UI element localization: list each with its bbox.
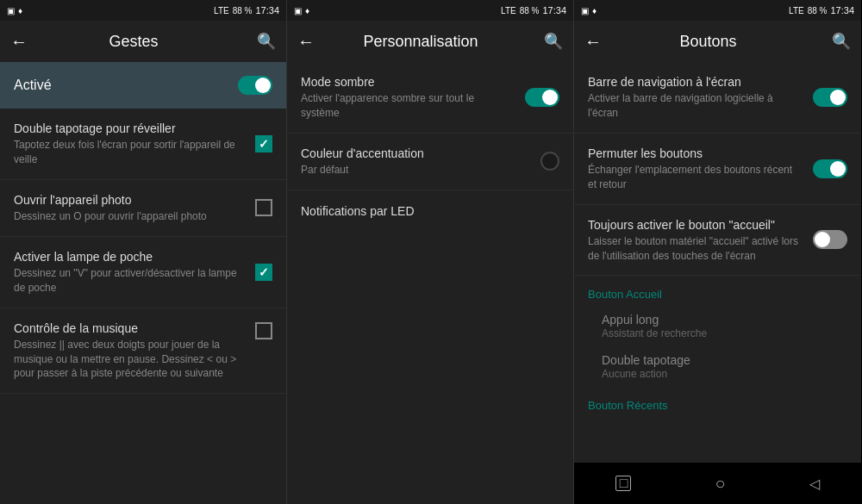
gestes-content: Double tapotage pour réveiller Tapotez d…: [0, 109, 286, 504]
nav-triangle-icon[interactable]: ◁: [809, 476, 820, 492]
list-item[interactable]: Activer la lampe de poche Dessinez un "V…: [0, 237, 286, 308]
search-button-3[interactable]: 🔍: [832, 32, 851, 51]
item-desc-b1: Activer la barre de navigation logiciell…: [588, 91, 803, 121]
checkbox-2[interactable]: [255, 199, 272, 216]
item-title-p3: Notifications par LED: [301, 204, 559, 218]
page-title-3: Boutons: [584, 33, 832, 51]
mode-sombre-toggle[interactable]: [525, 88, 559, 107]
checkbox-1[interactable]: ✓: [255, 135, 272, 152]
nav-square-icon[interactable]: □: [615, 476, 631, 491]
list-item[interactable]: Permuter les boutons Échanger l'emplacem…: [574, 134, 861, 205]
activated-label: Activé: [14, 78, 52, 93]
list-item[interactable]: Double tapotage pour réveiller Tapotez d…: [0, 109, 286, 180]
item-text-b3: Toujours activer le bouton "accueil" Lai…: [588, 217, 813, 264]
battery-label-1: 88 %: [233, 6, 253, 16]
item-desc-p1: Activer l'apparence sombre sur tout le s…: [301, 91, 515, 121]
status-bar-3: ▣ ♦ LTE 88 % 17:34: [574, 0, 861, 21]
status-bar-2: ▣ ♦ LTE 88 % 17:34: [287, 0, 573, 21]
nav-circle-icon[interactable]: ○: [715, 474, 725, 494]
checkbox-4[interactable]: [255, 322, 272, 339]
check-icon-3: ✓: [259, 265, 269, 279]
item-text-1: Double tapotage pour réveiller Tapotez d…: [14, 121, 255, 167]
list-item[interactable]: Ouvrir l'appareil photo Dessinez un O po…: [0, 180, 286, 237]
item-title-4: Contrôle de la musique: [14, 320, 245, 336]
activated-row[interactable]: Activé: [0, 62, 286, 109]
wifi-icon-2: ♦: [305, 6, 309, 16]
section-bouton-accueil[interactable]: Bouton Accueil: [574, 276, 861, 306]
item-title-1: Double tapotage pour réveiller: [14, 121, 245, 136]
time-label-3: 17:34: [830, 5, 854, 16]
personnalisation-content: Mode sombre Activer l'apparence sombre s…: [287, 62, 573, 504]
panel-personnalisation: ▣ ♦ LTE 88 % 17:34 ← Personnalisation 🔍 …: [287, 0, 574, 504]
item-text-4: Contrôle de la musique Dessinez || avec …: [14, 320, 255, 382]
page-title-1: Gestes: [10, 33, 257, 51]
item-desc-2: Dessinez un O pour ouvrir l'appareil pho…: [14, 209, 245, 224]
top-bar-3: ← Boutons 🔍: [574, 21, 861, 62]
list-item[interactable]: Mode sombre Activer l'apparence sombre s…: [287, 62, 573, 134]
list-item[interactable]: Notifications par LED: [287, 190, 573, 232]
status-icons-left-3: ▣ ♦: [581, 6, 597, 16]
item-desc-b2: Échanger l'emplacement des boutons récen…: [588, 163, 803, 192]
section-bouton-recents[interactable]: Bouton Récents: [574, 387, 861, 417]
checkbox-3[interactable]: ✓: [255, 264, 272, 281]
item-text-3: Activer la lampe de poche Dessinez un "V…: [14, 249, 255, 296]
list-item[interactable]: Toujours activer le bouton "accueil" Lai…: [574, 205, 861, 277]
item-desc-4: Dessinez || avec deux doigts pour jouer …: [14, 338, 245, 381]
item-text-b1: Barre de navigation à l'écran Activer la…: [588, 74, 813, 121]
wifi-icon: ♦: [18, 6, 22, 16]
sim-icon: ▣: [7, 6, 15, 16]
item-title-3: Activer la lampe de poche: [14, 249, 245, 264]
signal-label-2: LTE: [501, 6, 516, 16]
top-bar-1: ← Gestes 🔍: [0, 21, 286, 62]
check-icon-1: ✓: [259, 137, 269, 151]
item-title-2: Ouvrir l'appareil photo: [14, 192, 245, 208]
signal-label-3: LTE: [789, 6, 804, 16]
item-text-2: Ouvrir l'appareil photo Dessinez un O po…: [14, 192, 255, 224]
time-label-1: 17:34: [255, 5, 279, 16]
item-text-b2: Permuter les boutons Échanger l'emplacem…: [588, 146, 813, 192]
sub-desc-2: Aucune action: [602, 368, 847, 380]
toujours-activer-toggle[interactable]: [813, 230, 847, 249]
search-button-1[interactable]: 🔍: [257, 32, 276, 51]
list-item[interactable]: Couleur d'accentuation Par défaut: [287, 134, 573, 190]
wifi-icon-3: ♦: [592, 6, 597, 16]
item-desc-3: Dessinez un "V" pour activer/désactiver …: [14, 266, 245, 296]
status-icons-left-1: ▣ ♦: [7, 6, 22, 16]
panel-gestes: ▣ ♦ LTE 88 % 17:34 ← Gestes 🔍 Activé Dou…: [0, 0, 287, 504]
list-item[interactable]: Barre de navigation à l'écran Activer la…: [574, 62, 861, 134]
list-item[interactable]: Contrôle de la musique Dessinez || avec …: [0, 308, 286, 395]
item-desc-b3: Laisser le bouton matériel "accueil" act…: [588, 234, 803, 264]
boutons-content: Barre de navigation à l'écran Activer la…: [574, 62, 861, 463]
sim-icon-2: ▣: [294, 6, 302, 16]
item-title-b3: Toujours activer le bouton "accueil": [588, 217, 803, 233]
sub-desc-1: Assistant de recherche: [602, 327, 847, 339]
status-icons-left-2: ▣ ♦: [294, 6, 309, 16]
search-button-2[interactable]: 🔍: [544, 32, 563, 51]
barre-nav-toggle[interactable]: [813, 88, 847, 107]
activated-toggle[interactable]: [238, 76, 272, 95]
list-item: Appui long Assistant de recherche: [574, 306, 861, 346]
panel-boutons: ▣ ♦ LTE 88 % 17:34 ← Boutons 🔍 Barre de …: [574, 0, 861, 504]
item-title-b1: Barre de navigation à l'écran: [588, 74, 803, 90]
item-text-p1: Mode sombre Activer l'apparence sombre s…: [301, 74, 525, 121]
item-text-p2: Couleur d'accentuation Par défaut: [301, 146, 540, 177]
item-title-b2: Permuter les boutons: [588, 146, 803, 161]
status-bar-1: ▣ ♦ LTE 88 % 17:34: [0, 0, 286, 21]
item-title-p2: Couleur d'accentuation: [301, 146, 530, 161]
sim-icon-3: ▣: [581, 6, 589, 16]
time-label-2: 17:34: [542, 5, 566, 16]
list-item: Double tapotage Aucune action: [574, 346, 861, 387]
item-title-p1: Mode sombre: [301, 74, 515, 90]
signal-label-1: LTE: [214, 6, 229, 16]
top-bar-2: ← Personnalisation 🔍: [287, 21, 573, 62]
page-title-2: Personnalisation: [297, 33, 544, 51]
navigation-bar: □ ○ ◁: [574, 463, 861, 504]
sub-title-1: Appui long: [602, 313, 847, 327]
item-desc-1: Tapotez deux fois l'écran pour sortir l'…: [14, 138, 245, 167]
couleur-toggle[interactable]: [540, 152, 559, 171]
sub-title-2: Double tapotage: [602, 353, 847, 367]
item-desc-p2: Par défaut: [301, 163, 530, 177]
permuter-boutons-toggle[interactable]: [813, 159, 847, 178]
battery-label-2: 88 %: [520, 6, 540, 16]
battery-label-3: 88 %: [808, 6, 828, 16]
